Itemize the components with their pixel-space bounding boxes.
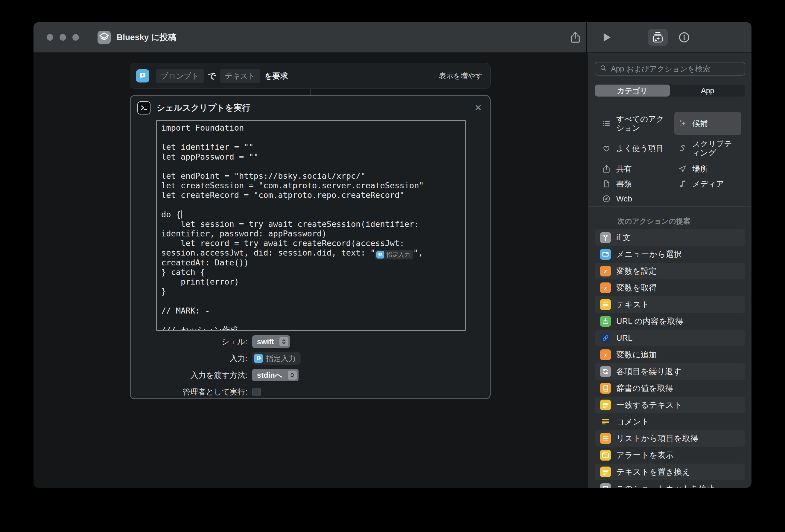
code-line: // MARK: - [161,306,461,316]
parameter-label: シェル: [131,337,247,347]
action-search-field[interactable] [595,62,745,76]
category-label: 候補 [692,119,708,128]
category-label: すべてのアクション [616,114,671,132]
category-label: メディア [692,179,724,188]
zoom-window-button[interactable] [72,34,79,41]
code-line [161,316,461,325]
category-sparkles[interactable]: 候補 [674,112,741,135]
traffic-lights [47,34,79,41]
chevron-up-down-icon [288,371,297,379]
tab-apps[interactable]: App [670,85,745,97]
code-line [161,200,461,210]
action-library-panel: カテゴリApp すべてのアクション候補よく使う項目スクリプティング共有場所書類メ… [587,53,752,488]
scripting-icon [677,143,687,153]
terminal-icon [137,101,150,114]
share-button[interactable] [569,31,582,44]
suggestions-header: 次のアクションの提案 [617,216,690,226]
popup-button[interactable]: stdinへ [252,369,299,381]
parameter-label: 入力を渡す方法: [131,370,247,380]
comment-icon [600,416,611,427]
category-label: Web [616,194,632,203]
search-input[interactable] [611,64,740,73]
window-titlebar: Bluesky に投稿 [33,22,752,53]
suggested-action-row[interactable]: コメント [595,413,745,430]
suggested-action-label: 辞書の値を取得 [616,383,673,394]
dictionary-icon [600,383,611,394]
category-label: スクリプティング [692,139,738,157]
link-icon [600,332,611,343]
suggested-action-row[interactable]: 一致するテキスト [595,397,745,413]
suggested-action-row[interactable]: テキスト [595,296,745,313]
window-title: Bluesky に投稿 [117,32,177,43]
branch-icon [600,232,611,243]
close-window-button[interactable] [47,34,53,41]
suggested-action-row[interactable]: if 文 [595,229,745,246]
text-icon [600,400,611,410]
shell-action-title: シェルスクリプトを実行 [156,102,250,113]
tab-categories[interactable]: カテゴリ [595,85,670,97]
suggested-action-label: コメント [616,416,650,427]
code-line [161,133,461,142]
code-line: print(error) [161,277,461,287]
provided-input-token[interactable]: 指定入力 [375,250,413,260]
all-actions-icon [601,118,611,129]
suggested-action-row[interactable]: x変数を設定 [595,263,745,280]
category-location[interactable]: 場所 [674,161,741,176]
code-line: identifier, password: appPassword) [161,229,461,239]
category-all-actions[interactable]: すべてのアクション [598,112,674,135]
category-scripting[interactable]: スクリプティング [674,135,741,161]
info-button[interactable] [678,31,690,44]
ask-for-input-action[interactable]: プロンプト で テキスト を要求 表示を増やす [130,63,490,89]
run-shell-script-action[interactable]: シェルスクリプトを実行 ✕ import Foundationlet ident… [130,95,490,399]
code-line: let appPassword = "" [161,152,461,162]
suggested-action-row[interactable]: 辞書の値を取得 [595,380,745,397]
input-type-token[interactable]: テキスト [220,69,260,83]
suggested-action-row[interactable]: x変数を取得 [595,280,745,296]
popup-button[interactable]: swift [252,335,290,348]
category-label: 書類 [616,179,632,188]
suggested-action-row[interactable]: テキストを置き換え [595,463,745,480]
verb-text: を要求 [264,71,288,81]
suggested-action-row[interactable]: アラートを表示 [595,447,745,463]
suggested-action-row[interactable]: 各項目を繰り返す [595,363,745,380]
category-media[interactable]: メディア [674,176,741,191]
suggested-action-label: 変数を設定 [616,266,657,276]
menu-icon [600,249,611,260]
category-label: よく使う項目 [616,144,663,153]
script-editor[interactable]: import Foundationlet identifier = ""let … [156,120,466,331]
sparkles-icon [677,118,687,129]
window-content: プロンプト で テキスト を要求 表示を増やす シェルスクリプトを実行 ✕ im… [33,53,752,488]
prompt-token[interactable]: プロンプト [156,69,204,83]
category-document[interactable]: 書類 [598,176,674,191]
parameter-label: 管理者として実行: [131,387,247,397]
suggested-action-label: アラートを表示 [616,450,674,460]
category-share[interactable]: 共有 [598,161,674,176]
minimize-window-button[interactable] [59,34,66,41]
action-library-button[interactable] [648,29,668,46]
parameter-row: 入力:指定入力 [131,352,490,365]
suggested-action-row[interactable]: URL の内容を取得 [595,313,745,330]
run-as-admin-checkbox[interactable] [252,388,261,396]
category-heart[interactable]: よく使う項目 [598,135,674,161]
suggested-action-row[interactable]: x変数に追加 [595,346,745,363]
variable-icon: x [600,283,611,293]
code-line: let record = try await createRecord(acce… [161,239,461,248]
close-action-button[interactable]: ✕ [475,103,482,112]
parameter-label: 入力: [131,353,247,364]
shortcuts-window: Bluesky に投稿 プロンプト で テキスト を要求 [33,22,752,488]
suggested-action-row[interactable]: このショートカットを停止 [595,480,745,488]
svg-text:x: x [604,351,607,358]
suggested-action-row[interactable]: リストから項目を取得 [595,430,745,447]
show-more-button[interactable]: 表示を増やす [439,71,483,81]
suggested-action-row[interactable]: メニューから選択 [595,246,745,263]
category-web[interactable]: Web [598,191,674,206]
input-variable-token[interactable]: 指定入力 [252,352,301,365]
suggested-action-label: 各項目を繰り返す [616,366,682,377]
suggested-action-label: メニューから選択 [616,249,682,260]
suggested-action-label: URL の内容を取得 [616,316,683,327]
parameter-row: 入力を渡す方法:stdinへ [131,369,490,382]
suggested-action-label: リストから項目を取得 [616,433,698,444]
shell-action-header: シェルスクリプトを実行 ✕ [131,96,490,120]
panel-tools [587,22,752,53]
suggested-action-row[interactable]: URL [595,330,745,346]
